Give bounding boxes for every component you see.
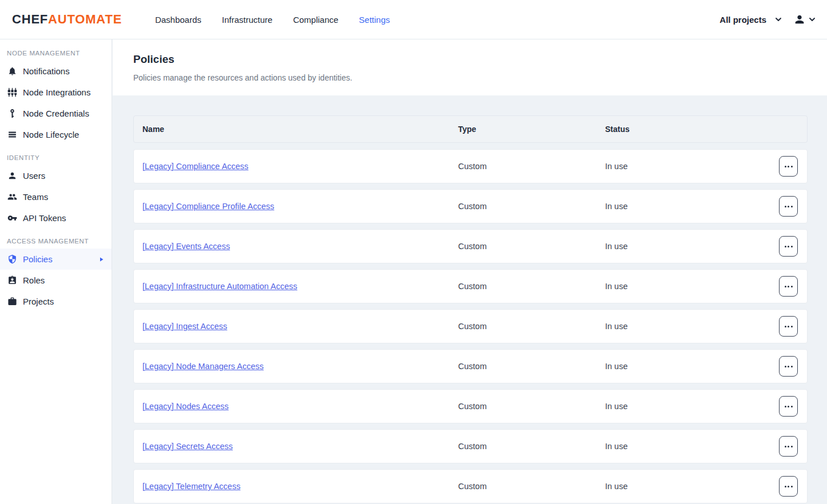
sliders-icon bbox=[7, 87, 17, 97]
policy-name-link[interactable]: [Legacy] Nodes Access bbox=[142, 402, 229, 411]
table-row: [Legacy] Compliance Access Custom In use bbox=[133, 149, 808, 183]
sidebar-section-node-management: NODE MANAGEMENT Notifications Node Integ… bbox=[0, 45, 112, 145]
nav-compliance[interactable]: Compliance bbox=[293, 15, 338, 25]
more-options-button[interactable] bbox=[779, 396, 798, 417]
policy-name-link[interactable]: [Legacy] Telemetry Access bbox=[142, 482, 240, 491]
sidebar-item-projects[interactable]: Projects bbox=[0, 291, 112, 312]
policy-type-cell: Custom bbox=[458, 282, 605, 291]
sidebar-item-roles[interactable]: Roles bbox=[0, 270, 112, 291]
main-content: Policies Policies manage the resources a… bbox=[113, 39, 827, 504]
policy-name-link[interactable]: [Legacy] Events Access bbox=[142, 242, 230, 251]
sidebar-item-label: Teams bbox=[23, 192, 48, 202]
policy-type-cell: Custom bbox=[458, 322, 605, 331]
list-icon bbox=[7, 130, 17, 139]
policy-name-link[interactable]: [Legacy] Secrets Access bbox=[142, 442, 233, 451]
table-row: [Legacy] Node Managers Access Custom In … bbox=[133, 349, 808, 383]
more-options-button[interactable] bbox=[779, 156, 798, 177]
top-navigation-bar: CHEFAUTOMATE Dashboards Infrastructure C… bbox=[0, 0, 827, 39]
sidebar-item-node-credentials[interactable]: Node Credentials bbox=[0, 103, 112, 124]
table-row: [Legacy] Infrastructure Automation Acces… bbox=[133, 269, 808, 303]
policy-status-cell: In use bbox=[605, 322, 779, 331]
key-icon bbox=[7, 213, 17, 223]
policy-status-cell: In use bbox=[605, 442, 779, 451]
table-header-row: Name Type Status bbox=[133, 115, 808, 143]
key-vertical-icon bbox=[7, 109, 17, 118]
policy-type-cell: Custom bbox=[458, 362, 605, 371]
briefcase-icon bbox=[7, 297, 17, 306]
ellipsis-icon bbox=[785, 486, 786, 487]
policy-status-cell: In use bbox=[605, 402, 779, 411]
sidebar-item-label: Node Integrations bbox=[23, 87, 90, 97]
nav-dashboards[interactable]: Dashboards bbox=[155, 15, 201, 25]
more-options-button[interactable] bbox=[779, 356, 798, 377]
policy-status-cell: In use bbox=[605, 282, 779, 291]
policy-type-cell: Custom bbox=[458, 162, 605, 171]
page-header: Policies Policies manage the resources a… bbox=[113, 39, 827, 95]
table-row: [Legacy] Nodes Access Custom In use bbox=[133, 389, 808, 423]
nav-settings[interactable]: Settings bbox=[359, 15, 390, 25]
sidebar-item-policies[interactable]: Policies bbox=[0, 249, 112, 270]
more-options-button[interactable] bbox=[779, 236, 798, 257]
sidebar-item-api-tokens[interactable]: API Tokens bbox=[0, 207, 112, 229]
more-options-button[interactable] bbox=[779, 436, 798, 457]
ellipsis-icon bbox=[785, 166, 786, 167]
more-options-button[interactable] bbox=[779, 196, 798, 217]
policy-name-link[interactable]: [Legacy] Ingest Access bbox=[142, 322, 227, 331]
policy-type-cell: Custom bbox=[458, 402, 605, 411]
sidebar-item-label: API Tokens bbox=[23, 213, 66, 223]
more-options-button[interactable] bbox=[779, 276, 798, 297]
user-menu[interactable] bbox=[793, 13, 816, 26]
chevron-down-icon bbox=[809, 16, 816, 23]
ellipsis-icon bbox=[785, 206, 786, 207]
projects-filter-label: All projects bbox=[719, 15, 766, 25]
column-header-type: Type bbox=[458, 125, 605, 134]
sidebar-item-users[interactable]: Users bbox=[0, 165, 112, 186]
sidebar-item-notifications[interactable]: Notifications bbox=[0, 61, 112, 82]
ellipsis-icon bbox=[785, 406, 786, 407]
more-options-button[interactable] bbox=[779, 476, 798, 497]
person-icon bbox=[7, 171, 17, 181]
policy-name-link[interactable]: [Legacy] Compliance Access bbox=[142, 162, 248, 171]
policy-status-cell: In use bbox=[605, 242, 779, 251]
sidebar-item-label: Roles bbox=[23, 275, 45, 285]
more-options-button[interactable] bbox=[779, 316, 798, 337]
section-title: ACCESS MANAGEMENT bbox=[0, 233, 112, 249]
table-row: [Legacy] Secrets Access Custom In use bbox=[133, 429, 808, 463]
ellipsis-icon bbox=[785, 246, 786, 247]
table-row: [Legacy] Telemetry Access Custom In use bbox=[133, 469, 808, 503]
sidebar-item-label: Users bbox=[23, 171, 45, 181]
sidebar-section-identity: IDENTITY Users Teams API Tokens bbox=[0, 149, 112, 229]
column-header-name: Name bbox=[142, 125, 458, 134]
policy-status-cell: In use bbox=[605, 482, 779, 491]
sidebar-item-label: Node Lifecycle bbox=[23, 130, 79, 139]
sidebar-item-label: Notifications bbox=[23, 66, 70, 76]
policy-status-cell: In use bbox=[605, 162, 779, 171]
logo-automate-text: AUTOMATE bbox=[48, 12, 122, 26]
section-title: NODE MANAGEMENT bbox=[0, 45, 112, 61]
settings-sidebar: NODE MANAGEMENT Notifications Node Integ… bbox=[0, 39, 112, 504]
person-icon bbox=[793, 13, 806, 26]
policy-type-cell: Custom bbox=[458, 482, 605, 491]
chevron-right-icon bbox=[98, 256, 105, 263]
sidebar-item-label: Policies bbox=[23, 254, 53, 264]
policy-type-cell: Custom bbox=[458, 442, 605, 451]
primary-nav: Dashboards Infrastructure Compliance Set… bbox=[155, 15, 390, 25]
chef-automate-logo[interactable]: CHEFAUTOMATE bbox=[12, 12, 122, 27]
policy-name-link[interactable]: [Legacy] Node Managers Access bbox=[142, 362, 264, 371]
ellipsis-icon bbox=[785, 326, 786, 327]
projects-filter-dropdown[interactable]: All projects bbox=[719, 15, 782, 25]
ellipsis-icon bbox=[785, 366, 786, 367]
policies-table-area: Name Type Status [Legacy] Compliance Acc… bbox=[113, 95, 827, 504]
sidebar-item-node-integrations[interactable]: Node Integrations bbox=[0, 82, 112, 103]
column-header-status: Status bbox=[605, 125, 779, 134]
sidebar-item-teams[interactable]: Teams bbox=[0, 186, 112, 207]
policy-name-link[interactable]: [Legacy] Infrastructure Automation Acces… bbox=[142, 282, 297, 291]
nav-infrastructure[interactable]: Infrastructure bbox=[222, 15, 272, 25]
shield-icon bbox=[7, 254, 17, 264]
page-title: Policies bbox=[133, 53, 806, 66]
table-row: [Legacy] Compliance Profile Access Custo… bbox=[133, 189, 808, 223]
topbar-right-controls: All projects bbox=[719, 13, 816, 26]
page-description: Policies manage the resources and action… bbox=[133, 73, 806, 82]
sidebar-item-node-lifecycle[interactable]: Node Lifecycle bbox=[0, 124, 112, 145]
policy-name-link[interactable]: [Legacy] Compliance Profile Access bbox=[142, 202, 275, 211]
